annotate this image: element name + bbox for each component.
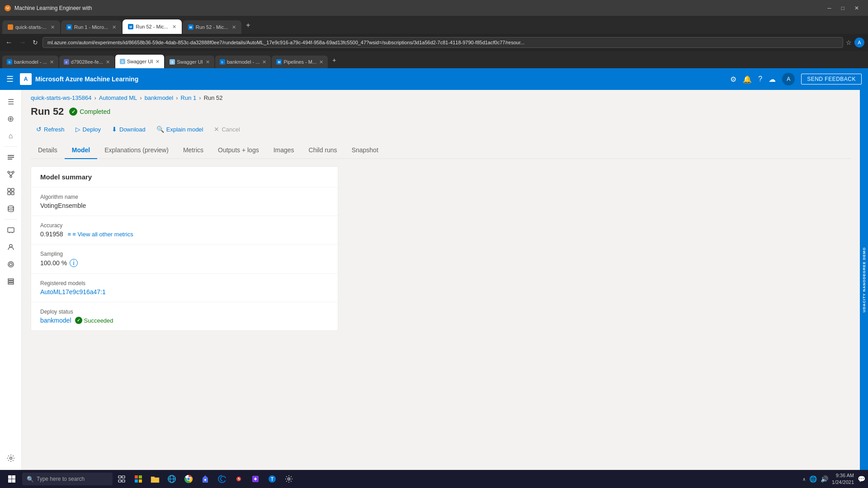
- taskbar-icon-app4[interactable]: T: [264, 471, 280, 487]
- taskbar-volume[interactable]: 🔊: [821, 475, 828, 483]
- deploy-link[interactable]: bankmodel: [40, 317, 71, 324]
- taskbar-time-date[interactable]: 9:36 AM 1/24/2021: [832, 472, 854, 486]
- refresh-button[interactable]: ↺ Refresh: [31, 123, 70, 136]
- sidebar-item-home[interactable]: ⌂: [2, 128, 20, 144]
- taskbar-icon-edge[interactable]: [214, 471, 230, 487]
- sidebar-item-endpoints[interactable]: [2, 256, 20, 272]
- svg-rect-2: [8, 159, 12, 160]
- tab-child-runs[interactable]: Child runs: [302, 142, 344, 159]
- tab-images[interactable]: Images: [266, 142, 302, 159]
- tab-d79028[interactable]: d d79028ee-fe... ✕: [59, 56, 114, 68]
- clock-date: 1/24/2021: [832, 479, 854, 486]
- svg-point-17: [9, 244, 12, 247]
- svg-rect-26: [8, 479, 12, 483]
- registered-models-link[interactable]: AutoML17e9c916a47:1: [40, 288, 106, 296]
- profile-icon[interactable]: A: [854, 38, 864, 47]
- bookmark-icon[interactable]: ☆: [846, 39, 852, 46]
- tab-pipelines[interactable]: M Pipelines - M... ✕: [272, 56, 328, 68]
- notifications-icon[interactable]: 🔔: [743, 75, 752, 84]
- taskbar-notification[interactable]: 💬: [858, 475, 865, 483]
- svg-rect-27: [12, 479, 16, 483]
- sidebar-item-data[interactable]: [2, 201, 20, 217]
- tab-snapshot[interactable]: Snapshot: [344, 142, 386, 159]
- sidebar-item-jobs[interactable]: [2, 149, 20, 165]
- download-button[interactable]: ⬇ Download: [106, 123, 151, 136]
- algorithm-value: VotingEnsemble: [40, 202, 329, 209]
- tab-details[interactable]: Details: [31, 142, 65, 159]
- taskbar-network[interactable]: 🌐: [809, 475, 817, 483]
- browser-title: Machine Learning Engineer with: [14, 5, 92, 11]
- taskbar-task-view[interactable]: [114, 471, 129, 487]
- sidebar-item-models[interactable]: [2, 239, 20, 255]
- svg-rect-35: [139, 479, 142, 483]
- tab-quick-starts[interactable]: quick-starts-... ✕: [2, 20, 60, 34]
- reload-button[interactable]: ↻: [31, 39, 40, 46]
- sidebar-item-compute[interactable]: [2, 222, 20, 238]
- svg-rect-33: [139, 475, 142, 479]
- new-tab-button[interactable]: +: [242, 17, 254, 34]
- tab-explanations[interactable]: Explanations (preview): [97, 142, 176, 159]
- page-title: Run 52: [31, 106, 64, 117]
- taskbar-icon-store[interactable]: [131, 471, 146, 487]
- help-icon[interactable]: ?: [758, 75, 762, 83]
- tab-swagger-2[interactable]: S Swagger UI ✕: [165, 56, 214, 68]
- svg-rect-11: [8, 192, 10, 195]
- azure-logo: A Microsoft Azure Machine Learning: [20, 73, 138, 85]
- udacity-panel[interactable]: UDACITY NANODEGREE DEMO: [860, 90, 868, 470]
- tab-outputs[interactable]: Outputs + logs: [211, 142, 266, 159]
- tab-run52-active[interactable]: M Run 52 - Mic... ✕: [123, 19, 182, 34]
- tab-run52-2[interactable]: M Run 52 - Mic... ✕: [183, 20, 242, 34]
- taskbar-icon-app2[interactable]: [231, 471, 246, 487]
- sidebar-toggle[interactable]: ☰: [6, 75, 14, 83]
- sidebar-item-components[interactable]: [2, 183, 20, 200]
- taskbar-chevron[interactable]: ∧: [802, 477, 806, 482]
- address-bar[interactable]: [42, 37, 843, 48]
- svg-point-42: [204, 479, 206, 481]
- settings-icon[interactable]: ⚙: [730, 75, 736, 84]
- breadcrumb-workspace[interactable]: quick-starts-ws-135864: [31, 94, 91, 101]
- svg-line-8: [11, 173, 13, 176]
- card-header: Model summary: [31, 167, 338, 188]
- deploy-button[interactable]: ▷ Deploy: [70, 123, 106, 136]
- tab-bankmodel-2[interactable]: b bankmodel - ... ✕: [215, 56, 271, 68]
- taskbar-icon-ie[interactable]: [164, 471, 179, 487]
- taskbar-icon-chrome[interactable]: [181, 471, 196, 487]
- svg-rect-20: [8, 279, 14, 280]
- tab-swagger-1[interactable]: S Swagger UI ✕: [115, 55, 164, 68]
- start-button[interactable]: [3, 471, 21, 487]
- breadcrumb-automl[interactable]: Automated ML: [99, 94, 137, 101]
- sidebar-item-hamburger[interactable]: ☰: [2, 94, 20, 110]
- forward-button[interactable]: →: [17, 38, 28, 47]
- model-summary-card: Model summary Algorithm name VotingEnsem…: [31, 166, 338, 331]
- cloud-icon[interactable]: ☁: [769, 75, 776, 84]
- tab-metrics[interactable]: Metrics: [176, 142, 211, 159]
- svg-point-18: [8, 262, 14, 267]
- taskbar-icon-app1[interactable]: [198, 471, 213, 487]
- svg-rect-22: [8, 283, 14, 284]
- sampling-info-icon[interactable]: i: [70, 259, 78, 267]
- svg-rect-28: [118, 476, 121, 478]
- tab-model[interactable]: Model: [65, 142, 97, 159]
- taskbar-icon-settings[interactable]: [281, 471, 297, 487]
- cancel-button[interactable]: ✕ Cancel: [208, 123, 245, 136]
- new-tab-azure[interactable]: +: [329, 52, 340, 68]
- profile-avatar[interactable]: A: [782, 73, 795, 85]
- window-controls[interactable]: ─ □ ✕: [823, 4, 863, 12]
- view-metrics-link[interactable]: ≡ ≡ View all other metrics: [68, 231, 133, 238]
- taskbar-icon-app3[interactable]: [248, 471, 263, 487]
- sidebar-item-add[interactable]: ⊕: [2, 111, 20, 127]
- breadcrumb-bankmodel[interactable]: bankmodel: [145, 94, 174, 101]
- sidebar-item-datasets[interactable]: [2, 273, 20, 290]
- taskbar-search[interactable]: 🔍 Type here to search: [22, 473, 113, 485]
- sidebar-item-pipelines[interactable]: [2, 166, 20, 183]
- explain-model-button[interactable]: 🔍 Explain model: [151, 123, 209, 136]
- back-button[interactable]: ←: [4, 38, 14, 47]
- accuracy-label: Accuracy: [40, 222, 329, 229]
- sidebar-item-settings[interactable]: [2, 450, 20, 466]
- tab-run1[interactable]: M Run 1 - Micro... ✕: [61, 20, 122, 34]
- tab-bankmodel-1[interactable]: b bankmodel - ... ✕: [2, 56, 58, 68]
- taskbar-icon-explorer[interactable]: [147, 471, 163, 487]
- azure-header: ☰ A Microsoft Azure Machine Learning ⚙ 🔔…: [0, 68, 868, 90]
- send-feedback-button[interactable]: SEND FEEDBACK: [801, 74, 862, 84]
- breadcrumb-run1[interactable]: Run 1: [181, 94, 197, 101]
